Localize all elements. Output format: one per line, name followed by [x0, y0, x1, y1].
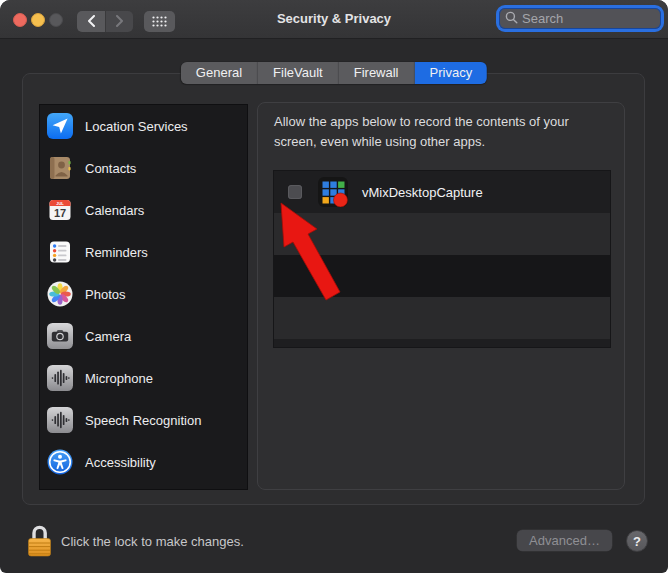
sidebar-item-photos[interactable]: Photos — [40, 273, 247, 315]
advanced-button-disabled: Advanced… — [517, 530, 612, 551]
tab-privacy[interactable]: Privacy — [415, 62, 488, 84]
tab-bar: General FileVault Firewall Privacy — [181, 62, 487, 84]
app-allow-checkbox[interactable] — [288, 185, 302, 199]
list-row — [274, 297, 610, 339]
svg-text:JUL: JUL — [56, 201, 64, 206]
list-row — [274, 339, 610, 348]
sidebar-item-speech-recognition[interactable]: Speech Recognition — [40, 399, 247, 441]
photos-icon — [47, 281, 73, 307]
contacts-icon — [47, 155, 73, 181]
pane-description: Allow the apps below to record the conte… — [274, 112, 608, 151]
sidebar-item-reminders[interactable]: Reminders — [40, 231, 247, 273]
sidebar-item-calendars[interactable]: JUL 17 Calendars — [40, 189, 247, 231]
sidebar-item-label: Contacts — [85, 161, 136, 176]
svg-text:17: 17 — [54, 207, 66, 219]
sidebar-item-label: Speech Recognition — [85, 413, 201, 428]
allowed-apps-list[interactable]: vMixDesktopCapture — [273, 170, 611, 348]
microphone-icon — [47, 365, 73, 391]
list-row — [274, 255, 610, 297]
sidebar-item-label: Calendars — [85, 203, 144, 218]
sidebar-item-contacts[interactable]: Contacts — [40, 147, 247, 189]
tab-filevault[interactable]: FileVault — [258, 62, 339, 84]
sidebar-item-label: Location Services — [85, 119, 188, 134]
sidebar-item-accessibility[interactable]: Accessibility — [40, 441, 247, 483]
calendars-icon: JUL 17 — [47, 197, 73, 223]
reminders-icon — [47, 239, 73, 265]
security-privacy-window: Security & Privacy Search General FileVa… — [0, 0, 668, 573]
search-input[interactable]: Search — [499, 8, 661, 29]
sidebar-item-label: Accessibility — [85, 455, 156, 470]
sidebar-item-location-services[interactable]: Location Services — [40, 105, 247, 147]
lock-message: Click the lock to make changes. — [61, 534, 244, 549]
tab-firewall[interactable]: Firewall — [339, 62, 415, 84]
sidebar-item-label: Camera — [85, 329, 131, 344]
search-icon — [505, 10, 518, 28]
privacy-category-list: Location Services Contacts — [39, 104, 248, 490]
search-placeholder: Search — [522, 11, 563, 26]
help-button[interactable]: ? — [626, 530, 648, 552]
sidebar-item-label: Microphone — [85, 371, 153, 386]
lock-icon[interactable] — [27, 522, 52, 563]
app-name: vMixDesktopCapture — [362, 185, 483, 200]
screen-recording-pane: Allow the apps below to record the conte… — [257, 102, 625, 490]
sidebar-item-camera[interactable]: Camera — [40, 315, 247, 357]
camera-icon — [47, 323, 73, 349]
sidebar-item-label: Photos — [85, 287, 125, 302]
location-services-icon — [47, 113, 73, 139]
speech-recognition-icon — [47, 407, 73, 433]
tab-general[interactable]: General — [181, 62, 258, 84]
sidebar-item-microphone[interactable]: Microphone — [40, 357, 247, 399]
list-row — [274, 213, 610, 255]
accessibility-icon — [47, 449, 73, 475]
title-bar: Security & Privacy Search — [0, 0, 668, 39]
sidebar-item-label: Reminders — [85, 245, 148, 260]
vmix-app-icon — [318, 177, 348, 207]
app-row-vmixdesktopcapture: vMixDesktopCapture — [274, 171, 610, 213]
